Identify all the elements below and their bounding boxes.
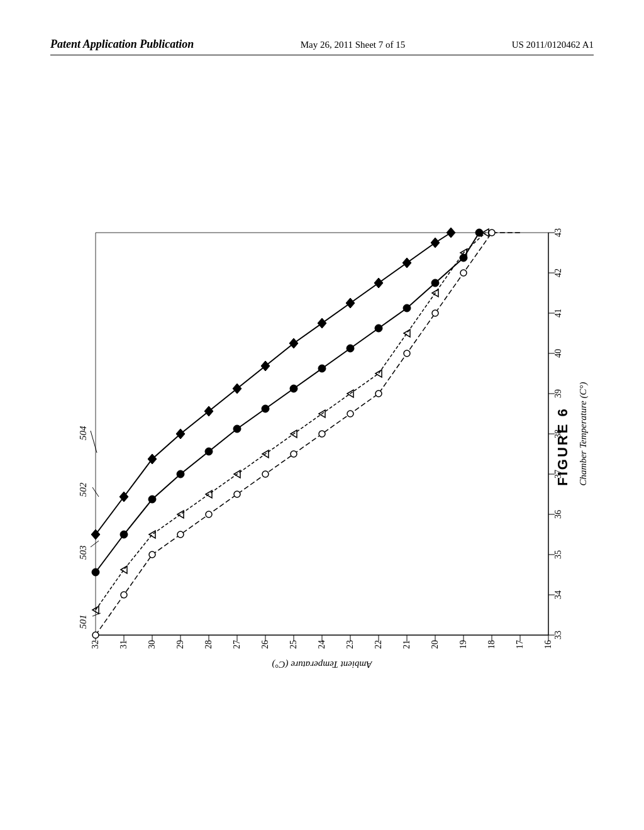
svg-point-67: [234, 491, 240, 497]
page-header: Patent Application Publication May 26, 2…: [50, 38, 594, 55]
svg-point-62: [92, 632, 99, 638]
svg-point-104: [431, 279, 439, 287]
svg-text:31: 31: [119, 640, 128, 649]
svg-point-98: [262, 405, 269, 412]
svg-point-101: [347, 345, 354, 352]
svg-text:Ambient Temperature (C°): Ambient Temperature (C°): [272, 659, 372, 670]
series-501-line: [96, 233, 520, 635]
svg-text:25: 25: [289, 640, 298, 649]
svg-text:22: 22: [374, 640, 383, 649]
svg-text:18: 18: [487, 640, 496, 649]
svg-point-72: [375, 390, 382, 397]
svg-text:27: 27: [232, 640, 242, 649]
svg-text:24: 24: [317, 640, 326, 649]
svg-text:28: 28: [204, 640, 213, 649]
svg-point-69: [291, 451, 297, 457]
label-502: 502: [78, 482, 88, 497]
svg-point-99: [290, 385, 297, 392]
svg-text:33: 33: [553, 631, 563, 639]
svg-point-95: [177, 470, 184, 478]
svg-point-63: [121, 592, 127, 598]
svg-point-102: [375, 324, 382, 332]
svg-point-100: [318, 365, 326, 372]
svg-text:19: 19: [458, 640, 468, 649]
series-504-line: [96, 233, 451, 534]
series-503-line: [96, 233, 479, 572]
svg-text:32: 32: [91, 640, 100, 649]
svg-marker-117: [374, 278, 383, 288]
svg-point-73: [404, 350, 410, 357]
svg-text:40: 40: [553, 349, 563, 358]
svg-marker-115: [318, 318, 326, 328]
svg-point-70: [319, 431, 325, 437]
svg-marker-113: [261, 361, 270, 371]
svg-point-71: [347, 411, 353, 417]
svg-text:42: 42: [553, 268, 563, 277]
svg-text:17: 17: [515, 640, 525, 649]
series-503-markers: [92, 229, 483, 576]
svg-point-64: [149, 551, 155, 558]
svg-text:43: 43: [553, 228, 563, 237]
svg-point-96: [205, 448, 213, 455]
label-501: 501: [78, 615, 88, 629]
label-503: 503: [78, 546, 88, 560]
svg-marker-116: [346, 298, 355, 308]
svg-point-94: [148, 495, 156, 503]
svg-point-105: [460, 254, 467, 262]
svg-line-124: [91, 431, 97, 453]
svg-text:23: 23: [345, 640, 355, 649]
svg-point-106: [475, 229, 483, 236]
svg-text:36: 36: [553, 510, 563, 519]
chart-svg: 33 34 35 36 37 38 39 40 41 42 43: [52, 119, 592, 736]
svg-line-123: [91, 541, 99, 547]
svg-marker-87: [375, 370, 382, 377]
svg-text:30: 30: [147, 640, 157, 649]
svg-point-92: [92, 568, 99, 576]
svg-point-68: [262, 471, 269, 477]
publication-number: US 2011/0120462 A1: [512, 40, 594, 50]
publication-title: Patent Application Publication: [50, 38, 194, 51]
svg-text:34: 34: [553, 590, 563, 599]
figure-number-label: FIGURE 6: [555, 407, 570, 485]
label-504: 504: [78, 426, 88, 440]
svg-point-66: [206, 511, 212, 517]
svg-point-75: [460, 270, 467, 276]
svg-point-76: [489, 230, 495, 236]
figure-container: 33 34 35 36 37 38 39 40 41 42 43: [38, 101, 606, 755]
publication-date-sheet: May 26, 2011 Sheet 7 of 15: [301, 40, 406, 50]
svg-text:20: 20: [430, 640, 440, 649]
page: Patent Application Publication May 26, 2…: [0, 0, 644, 830]
svg-text:16: 16: [543, 640, 553, 649]
svg-line-121: [92, 613, 101, 616]
svg-marker-119: [431, 238, 440, 248]
svg-marker-118: [402, 258, 411, 268]
svg-marker-114: [289, 338, 298, 348]
svg-marker-112: [233, 384, 242, 394]
svg-point-103: [403, 304, 411, 312]
svg-text:35: 35: [553, 550, 563, 559]
svg-text:29: 29: [175, 640, 185, 649]
svg-text:Chamber Temperature (C°): Chamber Temperature (C°): [578, 382, 589, 486]
svg-text:41: 41: [553, 309, 563, 318]
series-504-markers: [91, 228, 455, 540]
svg-point-74: [432, 310, 438, 316]
svg-point-65: [177, 531, 184, 538]
svg-text:26: 26: [260, 640, 270, 649]
svg-marker-80: [177, 511, 184, 518]
svg-marker-111: [204, 406, 213, 416]
svg-point-93: [120, 531, 128, 538]
svg-point-97: [233, 425, 241, 433]
svg-text:21: 21: [402, 640, 411, 649]
svg-marker-120: [447, 228, 455, 238]
svg-text:39: 39: [553, 389, 563, 398]
